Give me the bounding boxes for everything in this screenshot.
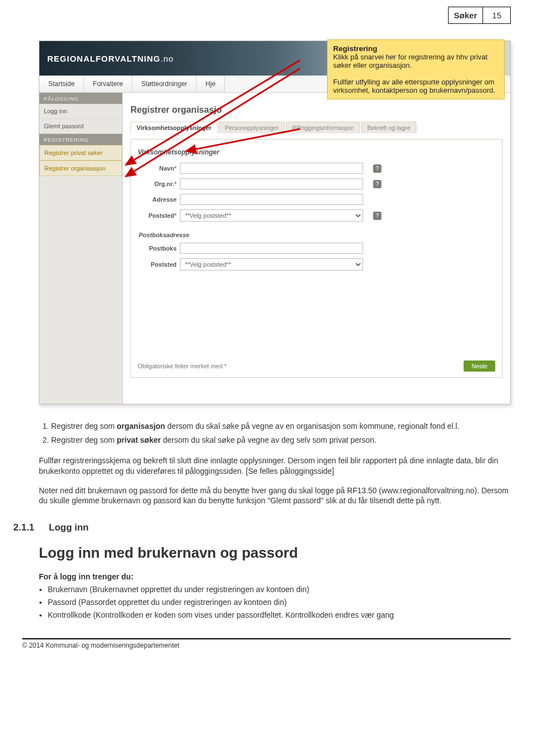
callout-p1: Klikk på snarvei her for registrering av… bbox=[333, 53, 487, 69]
app-body: PÅLOGGING Logg inn Glemt passord REGISTR… bbox=[39, 93, 510, 404]
label-orgnr: Org.nr.* bbox=[138, 181, 177, 187]
li2a: Registrer deg som bbox=[51, 435, 117, 444]
list-item-2: Registrer deg som privat søker dersom du… bbox=[51, 435, 511, 445]
mandatory-note: Obligatoriske felter merket med * bbox=[138, 363, 227, 369]
input-adresse[interactable] bbox=[180, 194, 363, 205]
page-header: Søker 15 bbox=[0, 0, 533, 24]
label-adresse: Adresse bbox=[138, 196, 177, 203]
bullet-2: Passord (Passordet opprettet du under re… bbox=[48, 597, 511, 608]
ordered-list: Registrer deg som organisasjon dersom du… bbox=[39, 421, 511, 445]
big-title: Logg inn med brukernavn og passord bbox=[39, 543, 511, 563]
form-tabs: Virksomhetsopplysninger Personopplysning… bbox=[130, 122, 502, 133]
help-icon[interactable]: ? bbox=[373, 164, 381, 173]
input-navn[interactable] bbox=[180, 163, 363, 174]
callout-p2: Fullfør utfylling av alle etterspurte op… bbox=[333, 78, 495, 94]
topnav-hjelp[interactable]: Hje bbox=[197, 76, 225, 92]
section-number: 2.1.1 bbox=[13, 522, 49, 534]
li1a: Registrer deg som bbox=[51, 422, 117, 430]
label-navn: Navn* bbox=[138, 165, 177, 172]
content-title: Registrer organisasjo bbox=[130, 105, 502, 115]
brand: REGIONALFORVALTNING.no bbox=[47, 54, 174, 63]
sidebar-item-registrer-privat[interactable]: Registrer privat søker bbox=[39, 145, 122, 161]
label-navn-text: Navn bbox=[159, 165, 174, 172]
brand-text: REGIONALFORVALTNING bbox=[47, 54, 160, 63]
row-postboks: Postboks bbox=[138, 243, 495, 254]
row-adresse: Adresse bbox=[138, 194, 495, 205]
topnav-stotteordninger[interactable]: Støtteordninger bbox=[132, 76, 197, 92]
callout-box: Registrering Klikk på snarvei her for re… bbox=[327, 39, 505, 99]
li2c: dersom du skal søke på vegne av deg selv… bbox=[161, 435, 376, 444]
section-title: Logg inn bbox=[49, 522, 89, 533]
sidebar: PÅLOGGING Logg inn Glemt passord REGISTR… bbox=[39, 93, 123, 404]
section-heading: 2.1.1Logg inn bbox=[13, 522, 511, 534]
list-item-1: Registrer deg som organisasjon dersom du… bbox=[51, 421, 511, 432]
content-area: Registrer organisasjo Virksomhetsopplysn… bbox=[123, 93, 510, 404]
screenshot-frame: REGIONALFORVALTNING.no Startside Forvalt… bbox=[39, 41, 511, 404]
li1b: organisasjon bbox=[117, 422, 165, 430]
header-label: Søker bbox=[448, 7, 483, 24]
topnav-forvaltere[interactable]: Forvaltere bbox=[84, 76, 132, 92]
sidebar-item-logg-inn[interactable]: Logg inn bbox=[39, 104, 122, 119]
help-icon[interactable]: ? bbox=[373, 180, 381, 188]
paragraph-2: Noter ned ditt brukernavn og passord for… bbox=[39, 485, 511, 507]
topnav-startside[interactable]: Startside bbox=[39, 76, 84, 92]
select-poststed2[interactable]: **Velg poststed** bbox=[180, 258, 363, 271]
help-icon[interactable]: ? bbox=[373, 212, 381, 220]
li1c: dersom du skal søke på vegne av en organ… bbox=[165, 422, 459, 430]
bullet-3: Kontrollkode (Kontrollkoden er koden som… bbox=[48, 610, 511, 620]
document-body: Registrer deg som organisasjon dersom du… bbox=[39, 421, 511, 620]
sidebar-section-login: PÅLOGGING bbox=[39, 93, 122, 104]
sidebar-item-registrer-organisasjon[interactable]: Registrer organisasjon bbox=[39, 161, 122, 176]
sidebar-item-glemt-passord[interactable]: Glemt passord bbox=[39, 119, 122, 134]
header-page-number: 15 bbox=[482, 7, 511, 24]
label-poststed: Poststed* bbox=[138, 212, 177, 219]
input-postboks[interactable] bbox=[180, 243, 363, 254]
form-tab-person[interactable]: Personopplysninger bbox=[219, 122, 285, 133]
input-orgnr[interactable] bbox=[180, 178, 363, 189]
li2b: privat søker bbox=[117, 435, 160, 444]
form-tab-palogging[interactable]: Påloggingsinformasjon bbox=[286, 122, 360, 133]
row-poststed2: Poststed **Velg poststed** bbox=[138, 258, 495, 271]
bullet-1: Brukernavn (Brukernavnet opprettet du un… bbox=[48, 584, 511, 595]
label-poststed2: Poststed bbox=[138, 261, 177, 268]
sidebar-section-registrering: REGISTRERING bbox=[39, 134, 122, 145]
label-poststed-text: Poststed bbox=[148, 212, 174, 219]
form-footer: Obligatoriske felter merket med * Neste bbox=[138, 361, 495, 372]
label-orgnr-text: Org.nr. bbox=[154, 181, 174, 187]
bullet-list: Brukernavn (Brukernavnet opprettet du un… bbox=[39, 584, 511, 620]
form-tab-virksomhet[interactable]: Virksomhetsopplysninger bbox=[130, 122, 218, 133]
panel-title: Virksomhetsopplysninger bbox=[138, 148, 495, 156]
row-navn: Navn* ? bbox=[138, 163, 495, 174]
label-postboks: Postboks bbox=[138, 245, 177, 252]
paragraph-1: Fullfør registreringsskjema og bekreft t… bbox=[39, 455, 511, 477]
row-poststed: Poststed* **Velg poststed** ? bbox=[138, 209, 495, 222]
select-poststed[interactable]: **Velg poststed** bbox=[180, 209, 363, 222]
row-orgnr: Org.nr.* ? bbox=[138, 178, 495, 189]
next-button[interactable]: Neste bbox=[464, 361, 495, 372]
subheading-postboks: Postboksadresse bbox=[139, 232, 495, 238]
form-tab-bekreft[interactable]: Bekreft og lagre bbox=[361, 122, 416, 133]
form-panel: Virksomhetsopplysninger Navn* ? Org.nr.*… bbox=[130, 139, 502, 378]
brand-suffix: .no bbox=[160, 54, 174, 63]
callout-title: Registrering bbox=[333, 44, 499, 53]
page-footer: © 2014 Kommunal- og moderniseringsdepart… bbox=[22, 638, 511, 649]
sub-bold: For å logg inn trenger du: bbox=[39, 572, 511, 582]
